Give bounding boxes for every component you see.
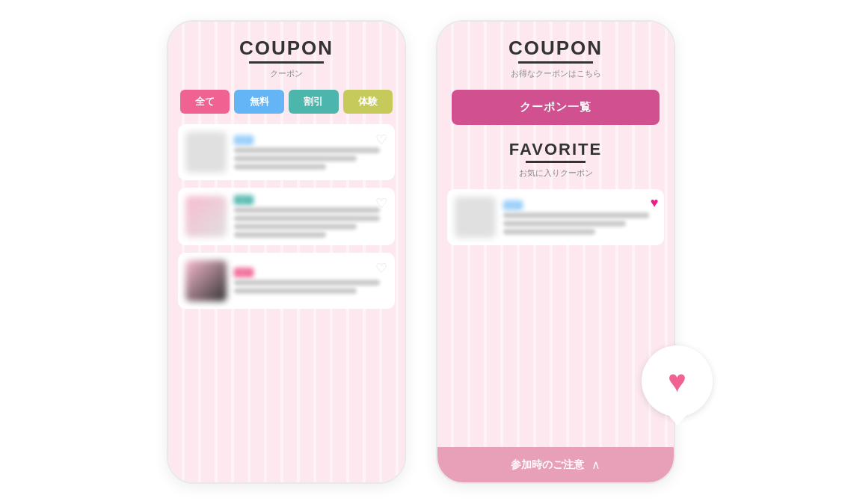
chevron-up-icon: ∧ (591, 458, 600, 472)
coupon-thumb-2 (185, 196, 227, 237)
tab-free[interactable]: 無料 (234, 90, 284, 114)
fav-tag: タグ (503, 200, 523, 210)
fav-content: タグ (503, 200, 657, 235)
tab-all[interactable]: 全て (180, 90, 230, 114)
coupon-text-2 (234, 156, 357, 162)
tab-discount[interactable]: 割引 (289, 90, 339, 114)
favorite-card: タグ ♥ (447, 189, 665, 245)
coupon-content-3: タグ (234, 268, 388, 294)
fav-heart-filled[interactable]: ♥ (651, 195, 659, 211)
coupon-card-1: タグ ♡ (178, 124, 396, 180)
coupon-tag-1: タグ (234, 135, 253, 145)
left-title-underline (249, 61, 324, 64)
coupon-text-3 (234, 164, 326, 170)
coupon-text-7 (234, 232, 326, 238)
fav-text-2 (503, 221, 627, 227)
coupon-thumb-1 (185, 132, 227, 173)
coupon-heart-2[interactable]: ♡ (375, 195, 387, 212)
coupon-tag-2: タグ (234, 195, 253, 205)
favorite-subtitle: お気に入りクーポン (519, 168, 593, 179)
coupon-text-9 (234, 288, 357, 294)
fav-text-1 (503, 212, 649, 218)
right-phone-inner: COUPON お得なクーポンはこちら クーポン一覧 FAVORITE お気に入り… (437, 22, 674, 482)
favorite-title: FAVORITE (509, 140, 602, 159)
left-coupon-subtitle: クーポン (270, 68, 303, 79)
coupon-text-4 (234, 207, 380, 213)
coupon-list-button[interactable]: クーポン一覧 (452, 90, 660, 125)
right-phone-wrapper: COUPON お得なクーポンはこちら クーポン一覧 FAVORITE お気に入り… (436, 20, 675, 484)
coupon-text-1 (234, 147, 380, 153)
coupon-card-3: タグ ♡ (178, 253, 396, 309)
coupon-heart-3[interactable]: ♡ (375, 260, 387, 277)
coupon-text-6 (234, 224, 357, 230)
tab-experience[interactable]: 体験 (343, 90, 393, 114)
right-phone: COUPON お得なクーポンはこちら クーポン一覧 FAVORITE お気に入り… (436, 20, 675, 484)
left-phone-inner: COUPON クーポン 全て 無料 割引 体験 タグ (168, 22, 405, 482)
coupon-content-1: タグ (234, 135, 388, 170)
favorite-underline (526, 161, 586, 163)
right-title-underline (518, 61, 593, 64)
heart-bubble: ♥ (642, 345, 713, 417)
coupon-text-5 (234, 215, 380, 221)
coupon-tag-3: タグ (234, 268, 253, 277)
right-coupon-subtitle: お得なクーポンはこちら (511, 68, 601, 79)
app-container: COUPON クーポン 全て 無料 割引 体験 タグ (0, 0, 842, 504)
coupon-heart-1[interactable]: ♡ (375, 132, 387, 148)
coupon-thumb-3 (185, 260, 227, 301)
bottom-bar[interactable]: 参加時のご注意 ∧ (437, 447, 674, 482)
right-coupon-title: COUPON (508, 37, 603, 60)
coupon-list: タグ ♡ タグ (178, 124, 396, 309)
favorite-section: FAVORITE お気に入りクーポン タグ ♥ (447, 140, 665, 245)
fav-thumb (455, 197, 496, 238)
filter-tabs: 全て 無料 割引 体験 (180, 90, 393, 114)
coupon-card-2: タグ ♡ (178, 188, 396, 245)
left-coupon-title: COUPON (239, 37, 334, 60)
coupon-text-8 (234, 280, 380, 286)
heart-bubble-icon: ♥ (668, 363, 686, 399)
left-phone: COUPON クーポン 全て 無料 割引 体験 タグ (167, 20, 406, 484)
fav-text-3 (503, 229, 595, 235)
coupon-content-2: タグ (234, 195, 388, 238)
bottom-bar-text: 参加時のご注意 (511, 458, 584, 472)
